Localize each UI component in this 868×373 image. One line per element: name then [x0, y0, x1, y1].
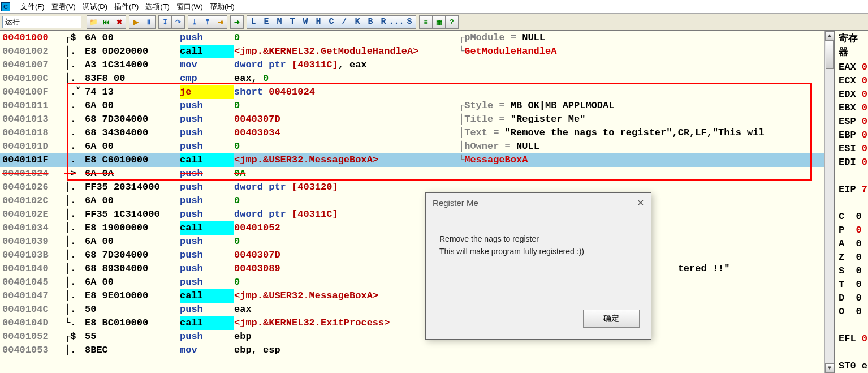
disasm-row[interactable]: 00401011│.6A 00push0┌Style = MB_OK|MB_AP…: [0, 99, 834, 113]
register-row[interactable]: EBX 0: [839, 101, 865, 115]
register-row[interactable]: A 0: [839, 237, 865, 251]
view-S-button[interactable]: S: [403, 15, 416, 29]
register-row[interactable]: ESP 0: [839, 115, 865, 128]
gutter-icon: │.: [62, 58, 85, 72]
view-H-button[interactable]: H: [312, 15, 325, 29]
menu-help[interactable]: 帮助(H): [210, 2, 235, 12]
gutter-icon: │.: [62, 344, 85, 357]
scroll-thumb[interactable]: [826, 41, 834, 69]
disasm-row[interactable]: 00401047│.E8 9E010000call<jmp.&USER32.Me…: [0, 289, 834, 303]
register-row[interactable]: D 0: [839, 291, 865, 305]
disasm-row[interactable]: 00401000┌$6A 00push0┌pModule = NULL: [0, 31, 834, 45]
registers-pane[interactable]: 寄存器 EAX 0ECX 0EDX 0EBX 0ESP 0EBP 0ESI 0E…: [835, 31, 868, 373]
view-K-button[interactable]: K: [351, 15, 364, 29]
view-B-button[interactable]: B: [364, 15, 377, 29]
register-row[interactable]: [839, 169, 865, 183]
disasm-row[interactable]: 00401040│.68 89304000push00403089 tered …: [0, 262, 834, 276]
pause-icon[interactable]: ⏸: [142, 15, 156, 29]
register-row[interactable]: ESI 0: [839, 142, 865, 156]
register-row[interactable]: [839, 346, 865, 359]
view-L-button[interactable]: L: [247, 15, 260, 29]
register-row[interactable]: [839, 319, 865, 332]
disasm-row[interactable]: 00401034│.E8 19000000call00401052: [0, 221, 834, 235]
view-T-button[interactable]: T: [286, 15, 299, 29]
messagebox-dialog[interactable]: Register Me ✕ Remove the nags to registe…: [425, 192, 651, 340]
disasm-row[interactable]: 00401007│.A3 1C314000movdword ptr [40311…: [0, 58, 834, 72]
disasm-row[interactable]: 0040103B│.68 7D304000push0040307D: [0, 248, 834, 262]
disasm-row[interactable]: 00401039│.6A 00push0: [0, 235, 834, 248]
disasm-row[interactable]: 0040104C│.50pusheax: [0, 303, 834, 316]
disasm-row[interactable]: 00401013│.68 7D304000push0040307D│Title …: [0, 113, 834, 126]
register-row[interactable]: EBP 0: [839, 128, 865, 142]
disasm-row[interactable]: 00401053│.8BECmovebp, esp: [0, 344, 834, 357]
status-box[interactable]: 运行: [2, 16, 81, 28]
register-row[interactable]: O 0: [839, 305, 865, 319]
stepover-icon[interactable]: ↷: [171, 15, 185, 29]
disasm-row[interactable]: 0040101F│.E8 C6010000call<jmp.&USER32.Me…: [0, 153, 834, 167]
register-row[interactable]: EAX 0: [839, 61, 865, 74]
register-row[interactable]: C 0: [839, 210, 865, 224]
register-row[interactable]: ST0 e: [839, 359, 865, 373]
hex-bytes: E8 9E010000: [85, 289, 180, 303]
help-icon[interactable]: ?: [445, 15, 459, 29]
operands: 0A: [234, 167, 455, 181]
register-row[interactable]: ECX 0: [839, 74, 865, 88]
register-row[interactable]: EIP 7: [839, 183, 865, 196]
menu-window[interactable]: 窗口(W): [176, 2, 203, 12]
disasm-row[interactable]: 0040104D└.E8 BC010000call<jmp.&KERNEL32.…: [0, 316, 834, 330]
disasm-row[interactable]: 00401045│.6A 00push0: [0, 276, 834, 289]
view-E-button[interactable]: E: [260, 15, 273, 29]
register-row[interactable]: EDX 0: [839, 88, 865, 101]
gutter-icon: │.: [62, 289, 85, 303]
close-icon[interactable]: ✕: [637, 198, 644, 208]
grid-icon[interactable]: ▦: [432, 15, 446, 29]
menu-debug[interactable]: 调试(D): [83, 2, 107, 12]
disasm-row[interactable]: 00401026│.FF35 20314000pushdword ptr [40…: [0, 181, 834, 194]
disasm-row[interactable]: 0040100C│.83F8 00cmpeax, 0: [0, 72, 834, 85]
view-M-button[interactable]: M: [273, 15, 286, 29]
run-icon[interactable]: ▶: [129, 15, 142, 29]
dialog-titlebar[interactable]: Register Me ✕: [426, 193, 651, 212]
stepinto-icon[interactable]: ↧: [158, 15, 172, 29]
disasm-row[interactable]: 00401018│.68 34304000push00403034│Text =…: [0, 126, 834, 140]
scrollbar-vertical[interactable]: ▲ ▼: [824, 31, 834, 373]
menu-file[interactable]: 文件(F): [20, 2, 45, 12]
goto-icon[interactable]: ➜: [230, 15, 244, 29]
execret-icon[interactable]: ⇥: [214, 15, 227, 29]
menu-view[interactable]: 查看(V): [51, 2, 76, 12]
disasm-row[interactable]: 00401052┌$55pushebp: [0, 330, 834, 344]
register-row[interactable]: T 0: [839, 278, 865, 291]
traceover-icon[interactable]: ⤒: [201, 15, 214, 29]
register-row[interactable]: S 0: [839, 264, 865, 278]
view-C-button[interactable]: C: [325, 15, 338, 29]
scroll-down-icon[interactable]: ▼: [825, 363, 834, 373]
rewind-icon[interactable]: ⏮: [100, 15, 113, 29]
menu-options[interactable]: 选项(T): [145, 2, 170, 12]
view-...-button[interactable]: ...: [390, 15, 403, 29]
disasm-row[interactable]: 0040101D│.6A 00push0│hOwner = NULL: [0, 140, 834, 153]
traceinto-icon[interactable]: ⤓: [188, 15, 201, 29]
mnemonic: push: [180, 167, 234, 181]
view-R-button[interactable]: R: [377, 15, 390, 29]
view-W-button[interactable]: W: [299, 15, 312, 29]
disasm-row[interactable]: 00401002│.E8 0D020000call<jmp.&KERNEL32.…: [0, 45, 834, 58]
menu-plugins[interactable]: 插件(P): [114, 2, 139, 12]
disasm-row[interactable]: 0040102C│.6A 00push0: [0, 194, 834, 208]
disassembly-pane[interactable]: 00401000┌$6A 00push0┌pModule = NULL00401…: [0, 31, 835, 373]
address: 00401045: [0, 276, 62, 289]
register-row[interactable]: EDI 0: [839, 156, 865, 169]
register-row[interactable]: EFL 0: [839, 332, 865, 346]
open-icon[interactable]: 📁: [87, 15, 100, 29]
view-/-button[interactable]: /: [338, 15, 351, 29]
scroll-up-icon[interactable]: ▲: [825, 31, 834, 41]
register-row[interactable]: Z 0: [839, 251, 865, 264]
close-icon[interactable]: ✖: [113, 15, 126, 29]
disasm-row[interactable]: 0040102E│.FF35 1C314000pushdword ptr [40…: [0, 208, 834, 221]
ok-button[interactable]: 确定: [583, 310, 640, 328]
list-icon[interactable]: ≡: [419, 15, 433, 29]
disasm-row[interactable]: 0040100F│.˅74 13jeshort 00401024: [0, 85, 834, 99]
register-row[interactable]: P 0: [839, 224, 865, 237]
disasm-row[interactable]: 00401024│>6A 0Apush0A: [0, 167, 834, 181]
register-row[interactable]: [839, 196, 865, 210]
menu-bar: C 文件(F) 查看(V) 调试(D) 插件(P) 选项(T) 窗口(W) 帮助…: [0, 0, 868, 14]
